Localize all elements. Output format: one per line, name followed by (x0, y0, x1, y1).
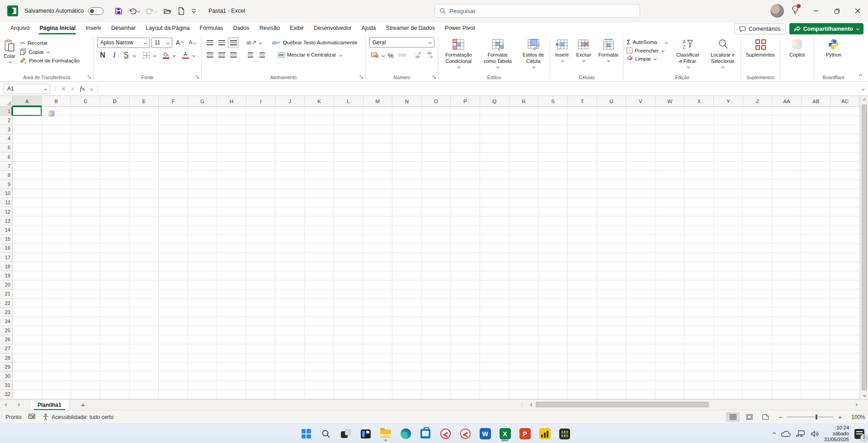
insert-function-icon[interactable]: fx (80, 85, 85, 92)
align-left-icon[interactable] (204, 49, 215, 60)
row-header-3[interactable]: 3 (0, 125, 12, 134)
copilot-button[interactable]: Copilot (787, 36, 807, 60)
zoom-slider[interactable]: − + (778, 414, 843, 421)
save-icon[interactable] (113, 5, 125, 17)
copy-button[interactable]: Copiar (18, 48, 81, 56)
column-header-k[interactable]: K (305, 96, 334, 106)
decrease-indent-icon[interactable] (245, 49, 256, 60)
tab-revisao[interactable]: Revisão (255, 23, 285, 34)
taskbar-snip-recorder-icon[interactable] (438, 426, 453, 442)
paste-button[interactable]: Colar (1, 36, 18, 64)
addins-button[interactable]: Suplementos (743, 36, 778, 60)
format-as-table-button[interactable]: Formatar como Tabela (479, 36, 517, 69)
tab-arquivo[interactable]: Arquivo (5, 23, 34, 34)
taskbar-store-icon[interactable] (418, 426, 433, 442)
column-header-e[interactable]: E (130, 96, 159, 106)
row-header-15[interactable]: 15 (0, 235, 12, 244)
row-header-23[interactable]: 23 (0, 308, 12, 317)
row-header-21[interactable]: 21 (0, 290, 12, 299)
column-header-h[interactable]: H (217, 96, 246, 106)
copilot-cell-suggestion-icon[interactable] (46, 108, 57, 119)
row-header-7[interactable]: 7 (0, 162, 12, 171)
column-header-d[interactable]: D (100, 96, 130, 106)
horizontal-scrollbar[interactable]: ⋮ (520, 400, 859, 410)
thousands-separator-icon[interactable]: 000 (397, 50, 408, 61)
fill-color-dropdown[interactable] (173, 53, 176, 57)
column-header-a[interactable]: A (13, 96, 42, 106)
format-cells-button[interactable]: Formatar (595, 36, 621, 63)
font-size-select[interactable]: 11 (151, 38, 172, 48)
row-header-29[interactable]: 29 (0, 362, 12, 372)
borders-icon[interactable] (141, 50, 152, 61)
tab-power-pivot[interactable]: Power Pivot (440, 23, 480, 34)
row-header-24[interactable]: 24 (0, 317, 12, 326)
tab-streamer-de-dados[interactable]: Streamer de Dados (381, 23, 440, 34)
underline-dropdown[interactable] (133, 53, 136, 57)
autosave-toggle[interactable] (88, 7, 104, 15)
alignment-dialog-launcher-icon[interactable] (359, 75, 363, 79)
accounting-format-icon[interactable]: 123 (369, 50, 380, 61)
column-header-w[interactable]: W (656, 96, 685, 106)
column-header-r[interactable]: R (509, 96, 539, 106)
align-bottom-icon[interactable] (228, 37, 239, 48)
decrease-font-size-icon[interactable]: A (187, 37, 198, 48)
align-right-icon[interactable] (228, 49, 239, 60)
search-input[interactable]: Pesquisar (434, 4, 640, 18)
network-icon[interactable] (796, 430, 805, 438)
fill-button[interactable]: ↓Preencher (625, 47, 670, 54)
row-header-6[interactable]: 6 (0, 152, 12, 162)
column-header-t[interactable]: T (568, 96, 597, 106)
row-header-10[interactable]: 10 (0, 189, 12, 198)
whats-new-lightbulb-icon[interactable] (791, 5, 799, 16)
format-painter-button[interactable]: Pincel de Formatação (18, 56, 81, 65)
close-button[interactable] (847, 0, 868, 22)
row-header-13[interactable]: 13 (0, 216, 12, 225)
tab-layout-da-pagina[interactable]: Layout da Página (141, 23, 194, 34)
collapse-ribbon-icon[interactable] (859, 74, 862, 77)
column-header-u[interactable]: U (597, 96, 627, 106)
next-sheet-icon[interactable] (12, 404, 24, 406)
scroll-down-icon[interactable] (863, 393, 866, 396)
page-break-view-button[interactable] (759, 412, 772, 422)
row-header-32[interactable]: 32 (0, 390, 12, 399)
autosum-button[interactable]: ΣAutoSoma (625, 38, 670, 47)
column-header-v[interactable]: V (626, 96, 656, 106)
tab-ajuda[interactable]: Ajuda (357, 23, 381, 34)
taskbar-steps-recorder-icon[interactable] (458, 426, 473, 442)
font-dialog-launcher-icon[interactable] (195, 75, 199, 79)
formula-input[interactable] (97, 84, 859, 94)
comments-button[interactable]: Comentários (734, 23, 786, 34)
row-header-30[interactable]: 30 (0, 372, 12, 381)
column-header-g[interactable]: G (188, 96, 217, 106)
add-sheet-button[interactable]: + (75, 401, 91, 409)
row-header-17[interactable]: 17 (0, 253, 12, 262)
taskbar-excel-icon[interactable]: X (497, 426, 513, 442)
insert-cells-button[interactable]: Inserir (552, 36, 572, 63)
delete-cells-button[interactable]: Excluir (573, 36, 594, 63)
formula-bar-splitter[interactable]: ⋮ (53, 86, 58, 92)
column-header-x[interactable]: X (684, 96, 714, 106)
zoom-in-icon[interactable]: + (837, 414, 843, 421)
accessibility-status[interactable]: Acessibilidade: tudo certo (42, 414, 113, 420)
column-header-z[interactable]: Z (743, 96, 773, 106)
align-middle-icon[interactable] (216, 37, 227, 48)
column-header-ac[interactable]: AC (831, 96, 860, 106)
column-header-b[interactable]: B (42, 96, 71, 106)
column-header-o[interactable]: O (422, 96, 451, 106)
increase-indent-icon[interactable] (257, 49, 268, 60)
cut-button[interactable]: ✂Recortar (18, 38, 81, 48)
underline-button[interactable]: S (121, 50, 132, 61)
tab-split-handle[interactable]: ⋮ (520, 402, 525, 407)
column-header-m[interactable]: M (363, 96, 393, 106)
taskbar-powerpoint-icon[interactable]: P (517, 426, 533, 442)
fill-handle[interactable] (40, 114, 42, 116)
zoom-level[interactable]: 100% (848, 414, 865, 420)
align-center-icon[interactable] (216, 49, 227, 60)
function-dropdown[interactable] (90, 87, 93, 90)
percent-icon[interactable]: % (385, 50, 396, 61)
increase-font-size-icon[interactable]: A (174, 37, 185, 48)
row-header-19[interactable]: 19 (0, 271, 12, 280)
taskbar-task-view-icon[interactable] (338, 426, 354, 442)
minimize-button[interactable] (806, 0, 826, 22)
merge-center-button[interactable]: Mesclar e Centralizar (276, 51, 344, 59)
